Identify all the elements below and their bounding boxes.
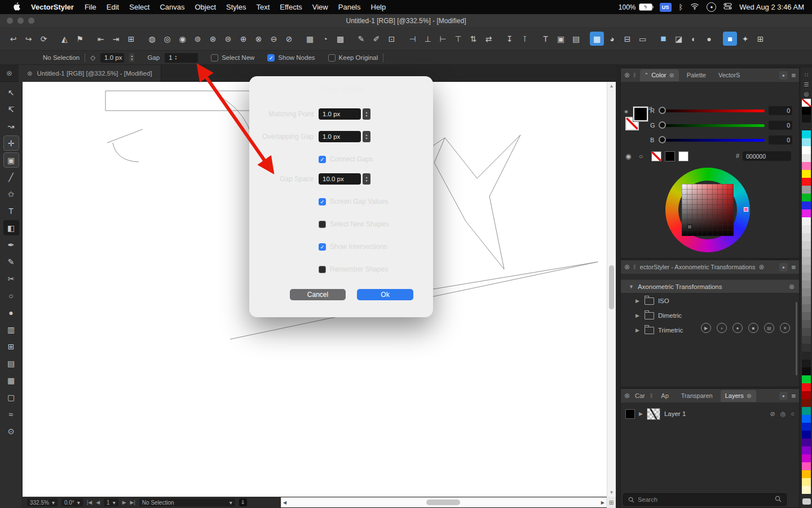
remember-shapes-checkbox[interactable] (319, 266, 326, 273)
panel-close-icon[interactable]: ⊗ (624, 392, 630, 400)
select-new-shapes-checkbox[interactable] (319, 221, 326, 228)
menu-app-name[interactable]: VectorStyler (25, 3, 80, 11)
strip-sliders-icon[interactable]: ☰ (804, 80, 809, 89)
redo-icon[interactable]: ↪ (21, 32, 36, 46)
page-number-field[interactable]: 1▾ (104, 498, 118, 506)
scroll-up-icon[interactable]: ▲ (607, 84, 616, 89)
show-intersections-checkbox[interactable] (319, 243, 326, 251)
panel-menu-icon[interactable]: ≡ (791, 263, 796, 271)
panel-title-close-icon[interactable]: ⊗ (758, 263, 764, 271)
menu-effects[interactable]: Effects (275, 3, 307, 11)
align-left-icon[interactable]: ⊣ (405, 32, 420, 46)
node-tool[interactable]: ↸ (3, 102, 19, 117)
zoom-window-button[interactable] (28, 17, 34, 24)
b-slider[interactable] (660, 139, 765, 142)
panel-close-icon[interactable]: ⊗ (624, 263, 630, 271)
layer-color-swatch[interactable] (625, 409, 635, 419)
auto-scroll-icon[interactable]: ⇩ (239, 498, 247, 506)
swatch-46[interactable] (802, 462, 811, 470)
connect-gaps-checkbox[interactable] (319, 156, 326, 163)
select-new-checkbox-box[interactable] (211, 54, 218, 62)
vertical-scrollbar[interactable]: ▲ ▼ (607, 82, 616, 497)
frame-tool[interactable]: ▢ (3, 389, 19, 405)
scroll-left-icon[interactable]: ◀ (283, 500, 286, 505)
select-new-shapes-row[interactable]: Select New Shapes (254, 218, 429, 230)
swatch-28[interactable] (802, 320, 811, 328)
horizontal-scrollbar[interactable]: ◀ ▶ (281, 497, 607, 507)
swatch-0[interactable] (802, 99, 811, 107)
fill-color-swatch[interactable] (633, 107, 648, 121)
swatch-39[interactable] (802, 407, 811, 415)
show-nodes-checkbox-box[interactable] (267, 54, 275, 62)
control-center-icon[interactable] (723, 3, 732, 11)
white-swatch[interactable] (678, 151, 689, 161)
gap-space-field[interactable]: 10.0 px (319, 173, 361, 185)
layer-name[interactable]: Layer 1 (664, 410, 686, 417)
shape-slice-icon[interactable]: ⊘ (282, 32, 296, 46)
line-tool[interactable]: ╱ (3, 169, 19, 185)
hatch-tool[interactable]: ▤ (3, 356, 19, 371)
swatch-38[interactable] (802, 399, 811, 407)
fill-mode-icon[interactable]: ◉ (624, 109, 628, 114)
pencil-tool[interactable]: ✎ (3, 254, 19, 269)
collapse-icon[interactable]: ▼ (629, 284, 634, 290)
tree-item-iso[interactable]: ▶ISO (621, 294, 799, 308)
hue-marker[interactable] (744, 207, 748, 212)
comment-bubble-icon[interactable] (802, 498, 811, 505)
g-value-field[interactable]: 0 (769, 121, 792, 130)
shape-outline-icon[interactable]: ⊖ (267, 32, 281, 46)
shape-divide-icon[interactable]: ⊛ (206, 32, 220, 46)
swatch-9[interactable] (802, 170, 811, 178)
swatch-48[interactable] (802, 478, 811, 486)
menu-clock[interactable]: Wed Aug 2 3:46 AM (739, 3, 804, 11)
scroll-right-icon[interactable]: ▶ (601, 500, 604, 505)
stop-icon[interactable]: ■ (748, 323, 758, 333)
eyedropper-icon[interactable]: ◉ (625, 152, 631, 160)
last-page-icon[interactable]: ▶| (130, 500, 135, 505)
tab-vectorstyler[interactable]: VectorS (714, 69, 745, 81)
close-tab-icon[interactable]: ⊗ (27, 69, 33, 77)
swatch-17[interactable] (802, 233, 811, 241)
table-icon[interactable]: ▦ (303, 32, 317, 46)
menu-text[interactable]: Text (251, 3, 275, 11)
color-wheel[interactable] (665, 168, 750, 252)
ellipse-tool[interactable]: ○ (3, 288, 19, 303)
panel-scrollbar[interactable] (796, 302, 797, 375)
swatch-18[interactable] (802, 241, 811, 249)
swatch-8[interactable] (802, 162, 811, 170)
vertical-scroll-thumb[interactable] (609, 265, 614, 309)
record-icon[interactable]: ● (732, 323, 743, 333)
note-icon[interactable]: ⊡ (385, 32, 399, 46)
swatch-11[interactable] (802, 186, 811, 194)
swatch-19[interactable] (802, 249, 811, 257)
swatch-13[interactable] (802, 202, 811, 209)
swatch-30[interactable] (802, 336, 811, 344)
swatch-32[interactable] (802, 352, 811, 360)
swatch-14[interactable] (802, 209, 811, 217)
b-slider-knob[interactable] (659, 136, 666, 143)
style-tool-icon[interactable]: ■ (723, 32, 737, 46)
menu-view[interactable]: View (307, 3, 333, 11)
gradient-tool[interactable]: ▥ (3, 322, 19, 337)
text-area-icon[interactable]: ▤ (569, 32, 583, 46)
search-filter-icon[interactable] (775, 496, 782, 503)
swatch-34[interactable] (802, 367, 811, 375)
first-page-icon[interactable]: |◀ (87, 500, 92, 505)
lock-layer-icon[interactable]: ⊘ (770, 410, 775, 418)
panel-menu-icon[interactable]: ≡ (791, 71, 796, 80)
swatch-36[interactable] (802, 383, 811, 391)
close-all-tabs-icon[interactable]: ⊗ (6, 69, 12, 77)
g-slider-knob[interactable] (659, 121, 666, 129)
duplicate-icon[interactable]: ⊟ (620, 32, 634, 46)
swatch-41[interactable] (802, 423, 811, 431)
swatch-25[interactable] (802, 296, 811, 304)
distribute-vertical-icon[interactable]: ⇅ (466, 32, 480, 46)
pattern-tool[interactable]: ▦ (3, 373, 19, 388)
close-tab-icon[interactable]: ⊗ (747, 392, 752, 400)
swatch-33[interactable] (802, 360, 811, 367)
swatch-1[interactable] (802, 107, 811, 115)
swatch-15[interactable] (802, 217, 811, 225)
swatch-5[interactable] (802, 138, 811, 146)
screen-gap-values-row[interactable]: Screen Gap Values (254, 195, 429, 208)
panel-drag-handle[interactable]: ‖ (633, 264, 637, 270)
